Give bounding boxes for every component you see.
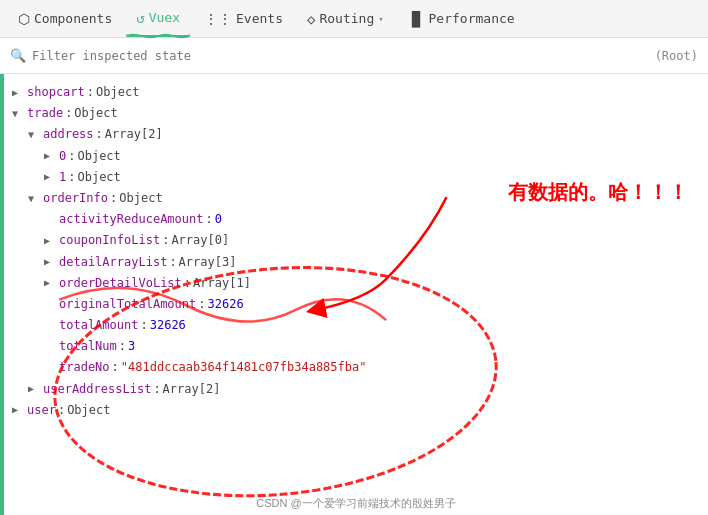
vuex-icon: ↺ — [136, 10, 144, 26]
filter-input[interactable] — [32, 49, 655, 63]
tree-type: Object — [67, 401, 110, 420]
chevron-down-icon: ▾ — [378, 14, 383, 24]
nav-events[interactable]: ⋮⋮ Events — [194, 0, 293, 37]
toggle-icon[interactable] — [28, 381, 40, 397]
tree-key: user — [27, 401, 56, 420]
tree-row[interactable]: 0:Object — [4, 146, 708, 167]
nav-vuex-label: Vuex — [149, 10, 180, 25]
tree-row[interactable]: tradeNo:"481ddccaab364f1481c07fb34a885fb… — [4, 357, 708, 378]
tree-key: 0 — [59, 147, 66, 166]
tree-type: Array[3] — [179, 253, 237, 272]
tree-key: totalNum — [59, 337, 117, 356]
tree-key: originalTotalAmount — [59, 295, 196, 314]
tree-row[interactable]: trade:Object — [4, 103, 708, 124]
nav-events-label: Events — [236, 11, 283, 26]
components-icon: ⬡ — [18, 11, 30, 27]
tree-type: Object — [119, 189, 162, 208]
tree-key: shopcart — [27, 83, 85, 102]
main-content: shopcart:Object trade:Object address:Arr… — [0, 74, 708, 515]
watermark: CSDN @一个爱学习前端技术的殷姓男子 — [256, 496, 455, 511]
events-icon: ⋮⋮ — [204, 11, 232, 27]
tree-type: Object — [77, 168, 120, 187]
tree-key: userAddressList — [43, 380, 151, 399]
performance-icon: ▐▌ — [408, 11, 425, 27]
tree-value: 32626 — [208, 295, 244, 314]
tree-row[interactable]: totalAmount:32626 — [4, 315, 708, 336]
nav-vuex[interactable]: ↺ Vuex — [126, 0, 190, 37]
tree-area: shopcart:Object trade:Object address:Arr… — [4, 74, 708, 515]
toggle-icon[interactable] — [28, 127, 40, 143]
tree-type: Array[2] — [105, 125, 163, 144]
search-icon: 🔍 — [10, 48, 26, 63]
tree-type: Object — [74, 104, 117, 123]
tree-type: Object — [77, 147, 120, 166]
tree-value: "481ddccaab364f1481c07fb34a885fba" — [121, 358, 367, 377]
tree-row[interactable]: orderDetailVoList:Array[1] — [4, 273, 708, 294]
tree-row[interactable]: activityReduceAmount:0 — [4, 209, 708, 230]
nav-routing[interactable]: ◇ Routing ▾ — [297, 0, 394, 37]
tree-row[interactable]: address:Array[2] — [4, 124, 708, 145]
tree-row[interactable]: orderInfo:Object — [4, 188, 708, 209]
toggle-icon[interactable] — [12, 106, 24, 122]
tree-key: activityReduceAmount — [59, 210, 204, 229]
navbar: ⬡ Components ↺ Vuex ⋮⋮ Events ◇ Routing … — [0, 0, 708, 38]
tree-key: orderInfo — [43, 189, 108, 208]
nav-performance-label: Performance — [429, 11, 515, 26]
tree-key: detailArrayList — [59, 253, 167, 272]
nav-performance[interactable]: ▐▌ Performance — [398, 0, 525, 37]
tree-key: trade — [27, 104, 63, 123]
toggle-icon[interactable] — [44, 254, 56, 270]
tree-row[interactable]: user:Object — [4, 400, 708, 421]
tree-key: couponInfoList — [59, 231, 160, 250]
tree-row[interactable]: 1:Object — [4, 167, 708, 188]
filter-bar: 🔍 (Root) — [0, 38, 708, 74]
toggle-icon[interactable] — [28, 191, 40, 207]
root-label: (Root) — [655, 49, 698, 63]
tree-value: 0 — [215, 210, 222, 229]
toggle-icon[interactable] — [44, 169, 56, 185]
tree-row[interactable]: couponInfoList:Array[0] — [4, 230, 708, 251]
tree-row[interactable]: userAddressList:Array[2] — [4, 379, 708, 400]
tree-row[interactable]: originalTotalAmount:32626 — [4, 294, 708, 315]
nav-components[interactable]: ⬡ Components — [8, 0, 122, 37]
nav-routing-label: Routing — [319, 11, 374, 26]
tree-row[interactable]: detailArrayList:Array[3] — [4, 252, 708, 273]
toggle-icon[interactable] — [12, 402, 24, 418]
tree-row[interactable]: shopcart:Object — [4, 82, 708, 103]
tree-type: Object — [96, 83, 139, 102]
tree-value: 32626 — [150, 316, 186, 335]
tree-value: 3 — [128, 337, 135, 356]
tree-key: address — [43, 125, 94, 144]
toggle-icon[interactable] — [44, 233, 56, 249]
nav-components-label: Components — [34, 11, 112, 26]
routing-icon: ◇ — [307, 11, 315, 27]
tree-key: tradeNo — [59, 358, 110, 377]
toggle-icon[interactable] — [44, 148, 56, 164]
toggle-icon[interactable] — [44, 275, 56, 291]
toggle-icon[interactable] — [12, 85, 24, 101]
tree-type: Array[2] — [163, 380, 221, 399]
tree-key: 1 — [59, 168, 66, 187]
tree-type: Array[0] — [171, 231, 229, 250]
tree-row[interactable]: totalNum:3 — [4, 336, 708, 357]
tree-key: totalAmount — [59, 316, 138, 335]
tree-key: orderDetailVoList — [59, 274, 182, 293]
tree-type: Array[1] — [193, 274, 251, 293]
